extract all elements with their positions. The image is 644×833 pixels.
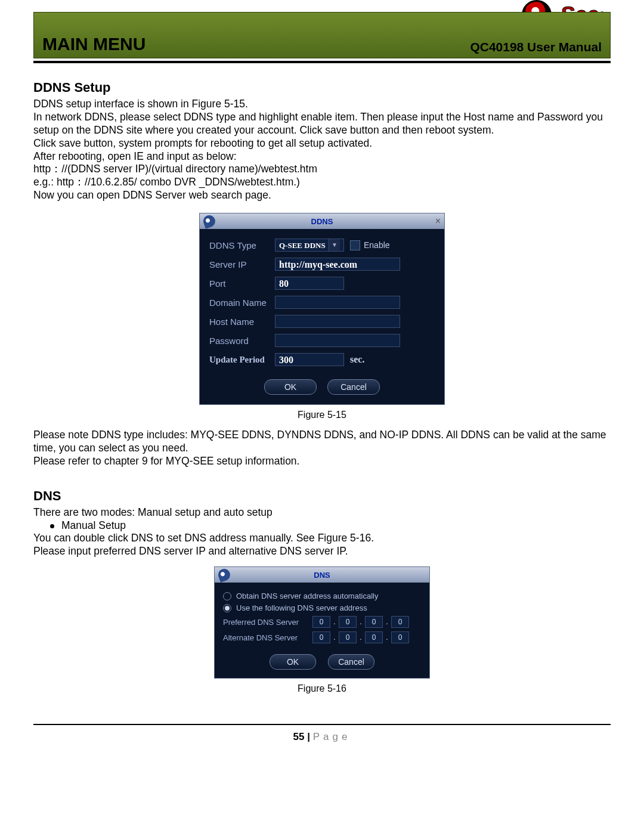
text-line: You can double click DNS to set DNS addr… [33, 532, 611, 545]
sec-label: sec. [350, 354, 364, 365]
dns-titlebar: DNS [215, 567, 429, 583]
enable-checkbox[interactable] [350, 240, 360, 250]
page-number: 55 [293, 731, 305, 742]
label-domain-name: Domain Name [209, 298, 275, 308]
bullet-icon [50, 524, 54, 528]
text-line: There are two modes: Manual setup and au… [33, 506, 611, 519]
label-preferred-dns: Preferred DNS Server [223, 618, 312, 627]
enable-label: Enable [364, 240, 390, 250]
text-line: After rebooting, open IE and input as be… [33, 150, 611, 163]
bullet-text: Manual Setup [61, 519, 126, 532]
text-line: Please input preferred DNS server IP and… [33, 545, 611, 558]
ip-octet[interactable]: 0 [312, 616, 330, 628]
text-line: Please note DDNS type includes: MYQ-SEE … [33, 429, 611, 455]
radio-auto-dns[interactable] [223, 592, 231, 600]
label-server-ip: Server IP [209, 259, 275, 270]
figure-5-16-caption: Figure 5-16 [33, 683, 611, 694]
label-password: Password [209, 336, 275, 346]
ddns-window: DDNS × DDNS Type Q-SEE DDNS ▼ Enable Ser… [199, 213, 445, 405]
text-line: e.g.: http：//10.6.2.85/ combo DVR _DDNS/… [33, 176, 611, 189]
text-line: Please refer to chapter 9 for MYQ-SEE se… [33, 455, 611, 468]
text-line: DDNS setup interface is shown in Figure … [33, 98, 611, 111]
radio-auto-label: Obtain DNS server address automatically [236, 592, 378, 600]
text-line: Now you can open DDNS Server web search … [33, 189, 611, 202]
port-input[interactable]: 80 [275, 277, 344, 290]
label-port: Port [209, 278, 275, 289]
label-ddns-type: DDNS Type [209, 240, 275, 250]
text-line: Click save button, system prompts for re… [33, 137, 611, 150]
domain-name-input[interactable] [275, 296, 400, 309]
app-icon [216, 567, 232, 583]
radio-manual-dns[interactable] [223, 604, 231, 612]
chevron-down-icon[interactable]: ▼ [329, 239, 340, 251]
ok-button[interactable]: OK [270, 654, 316, 670]
page-footer: 55 | Page [33, 731, 611, 743]
ip-octet[interactable]: 0 [339, 616, 357, 628]
preferred-dns-input[interactable]: 0. 0. 0. 0 [312, 616, 409, 628]
ip-octet[interactable]: 0 [339, 631, 357, 643]
ddns-type-dropdown[interactable]: Q-SEE DDNS ▼ [275, 239, 344, 252]
ddns-window-title: DDNS [311, 217, 333, 226]
ip-octet[interactable]: 0 [312, 631, 330, 643]
label-update-period: Update Period [209, 355, 275, 365]
ddns-setup-heading: DDNS Setup [33, 80, 611, 95]
ip-octet[interactable]: 0 [391, 616, 409, 628]
alternate-dns-input[interactable]: 0. 0. 0. 0 [312, 631, 409, 643]
page-title: MAIN MENU [42, 34, 145, 54]
dns-window-title: DNS [314, 571, 330, 580]
header-band: MAIN MENU QC40198 User Manual [33, 12, 611, 58]
text-line: http：//(DDNS server IP)/(virtual directo… [33, 163, 611, 176]
update-period-input[interactable]: 300 [275, 353, 344, 366]
dns-heading: DNS [33, 488, 611, 504]
app-icon [202, 213, 217, 229]
password-input[interactable] [275, 334, 400, 347]
label-host-name: Host Name [209, 317, 275, 327]
ip-octet[interactable]: 0 [391, 631, 409, 643]
ip-octet[interactable]: 0 [365, 616, 383, 628]
page-word: Page [313, 731, 351, 742]
ddns-titlebar: DDNS × [200, 213, 444, 229]
ddns-type-value: Q-SEE DDNS [279, 239, 329, 251]
server-ip-input[interactable]: http://myq-see.com [275, 258, 400, 271]
host-name-input[interactable] [275, 315, 400, 328]
footer-divider [33, 724, 611, 725]
doc-title: QC40198 User Manual [470, 40, 602, 54]
close-icon[interactable]: × [435, 216, 441, 227]
radio-manual-label: Use the following DNS server address [236, 603, 367, 612]
ip-octet[interactable]: 0 [365, 631, 383, 643]
text-line: In network DDNS, please select DDNS type… [33, 111, 611, 137]
ok-button[interactable]: OK [264, 379, 317, 395]
cancel-button[interactable]: Cancel [327, 379, 380, 395]
cancel-button[interactable]: Cancel [328, 654, 374, 670]
figure-5-15-caption: Figure 5-15 [33, 410, 611, 420]
dns-window: DNS Obtain DNS server address automatica… [214, 566, 430, 679]
header-divider [33, 61, 611, 63]
label-alternate-dns: Alternate DNS Server [223, 633, 312, 642]
